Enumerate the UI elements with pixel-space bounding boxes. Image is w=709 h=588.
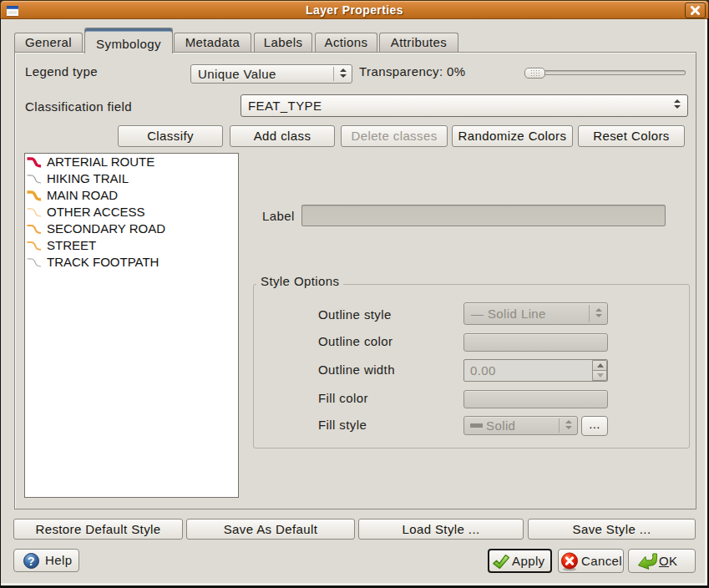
svg-text:?: ?	[28, 555, 35, 568]
